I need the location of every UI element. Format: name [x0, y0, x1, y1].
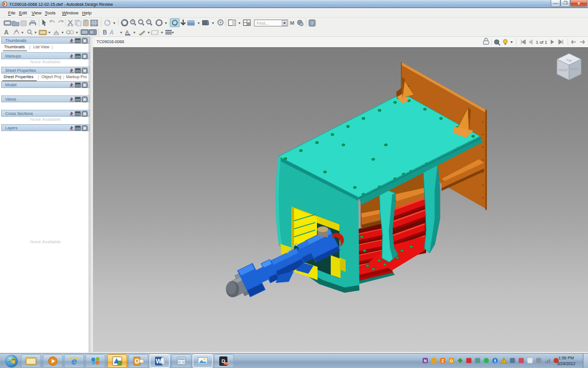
svg-text:M: M [290, 20, 295, 26]
svg-text:?: ? [311, 21, 314, 26]
svg-text:B: B [103, 29, 107, 36]
svg-text:A: A [4, 29, 9, 36]
svg-text:A: A [109, 29, 114, 36]
svg-text:RIGHT: RIGHT [571, 68, 579, 71]
svg-text:−: − [148, 20, 150, 24]
svg-text:FRONT: FRONT [559, 69, 568, 72]
svg-text:S: S [158, 21, 161, 25]
svg-text:+: + [131, 20, 134, 24]
svg-text:!: ! [503, 359, 504, 363]
svg-text:1 of 1: 1 of 1 [536, 40, 548, 45]
svg-text:Find...: Find... [257, 21, 269, 26]
svg-text:N: N [424, 359, 427, 363]
svg-text:Z: Z [442, 359, 444, 363]
svg-text:A: A [125, 29, 129, 35]
svg-text:O: O [450, 359, 453, 363]
